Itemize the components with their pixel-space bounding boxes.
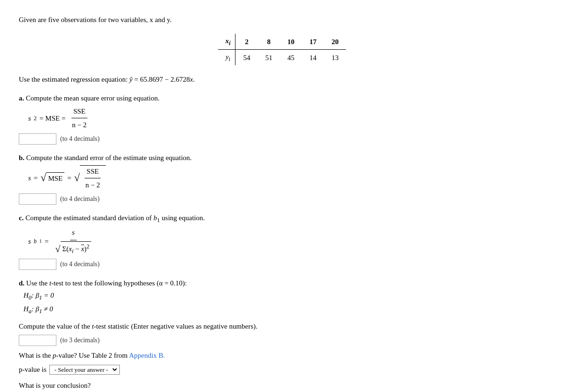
sqrt-symbol-2: √ [74, 173, 80, 183]
sb1-sqrt-content: Σ(xi − x)2 [61, 241, 92, 256]
sse-numerator: SSE [85, 166, 101, 178]
part-a-decimals: (to 4 decimals) [60, 134, 100, 144]
part-a-equation: s2 = MSE = SSE n − 2 [28, 106, 545, 131]
sse-sqrt-content: SSE n − 2 [80, 165, 106, 191]
sse-sqrt: √ SSE n − 2 [74, 165, 106, 191]
intro-text: Given are five observations for two vari… [19, 14, 545, 25]
part-c-label: c. Compute the estimated standard deviat… [19, 212, 545, 225]
part-b-input-row: (to 4 decimals) [19, 193, 545, 205]
mse-sqrt-content: MSE [46, 172, 64, 184]
mse-numerator: SSE [71, 106, 87, 118]
y-val-5: 13 [324, 50, 346, 66]
t-statistic-input[interactable] [19, 335, 56, 346]
part-b-label: b. Compute the standard error of the est… [19, 152, 545, 163]
part-b-section: b. Compute the standard error of the est… [19, 152, 545, 205]
part-a-input[interactable] [19, 133, 56, 145]
part-b-decimals: (to 4 decimals) [60, 194, 100, 204]
sb1-fraction: s √ Σ(xi − x)2 [54, 227, 94, 256]
regression-equation: Use the estimated regression equation: ŷ… [19, 74, 545, 85]
x-val-1: 2 [235, 34, 258, 50]
part-c-decimals: (to 4 decimals) [60, 259, 100, 269]
part-b-equation: s = √ MSE = √ SSE n − 2 [28, 165, 545, 191]
part-c-section: c. Compute the estimated standard deviat… [19, 212, 545, 270]
part-a-input-row: (to 4 decimals) [19, 133, 545, 145]
hypothesis-h0: H0: β1 = 0 [24, 290, 545, 302]
part-c-input-row: (to 4 decimals) [19, 259, 545, 270]
observations-table: xi 2 8 10 17 20 yi 54 51 45 14 13 [218, 34, 346, 65]
pvalue-prefix: p-value is [19, 364, 47, 375]
t-statistic-input-row: (to 3 decimals) [19, 335, 545, 346]
part-b-input[interactable] [19, 193, 56, 205]
part-d-section: d. Use the t-test to test the following … [19, 277, 545, 392]
sb1-sqrt-symbol: √ [55, 244, 61, 254]
compute-t-text: Compute the value of the t-test statisti… [19, 321, 545, 332]
part-a-label: a. Compute the mean square error using e… [19, 92, 545, 104]
yi-header: yi [218, 50, 235, 66]
pvalue-select-wrapper[interactable]: - Select your answer - less than .01 bet… [49, 365, 120, 375]
y-val-3: 45 [280, 50, 302, 66]
sb1-denominator: √ Σ(xi − x)2 [54, 240, 94, 256]
xi-header: xi [218, 34, 235, 50]
part-d-label: d. Use the t-test to test the following … [19, 277, 545, 289]
mse-sqrt: √ MSE [40, 172, 64, 184]
x-val-5: 20 [324, 34, 346, 50]
conclusion-label: What is your conclusion? [19, 380, 545, 391]
pvalue-select-row: p-value is - Select your answer - less t… [19, 364, 545, 375]
t-statistic-decimals: (to 3 decimals) [60, 335, 100, 346]
y-val-2: 51 [258, 50, 280, 66]
data-table-container: xi 2 8 10 17 20 yi 54 51 45 14 13 [19, 34, 545, 65]
mse-fraction: SSE n − 2 [70, 106, 88, 131]
sse-fraction: SSE n − 2 [84, 166, 102, 191]
pvalue-row: What is the p-value? Use Table 2 from Ap… [19, 350, 545, 361]
y-val-4: 14 [302, 50, 324, 66]
sb1-sqrt: √ Σ(xi − x)2 [55, 241, 92, 256]
sqrt-symbol: √ [40, 173, 46, 183]
pvalue-select[interactable]: - Select your answer - less than .01 bet… [53, 366, 118, 374]
x-val-3: 10 [280, 34, 302, 50]
sse-denominator: n − 2 [84, 178, 102, 191]
sb1-numerator: s [70, 227, 77, 240]
part-c-equation: sb1 = s √ Σ(xi − x)2 [28, 227, 545, 256]
part-a-section: a. Compute the mean square error using e… [19, 92, 545, 145]
x-val-2: 8 [258, 34, 280, 50]
x-val-4: 17 [302, 34, 324, 50]
hypothesis-ha: Ha: β1 ≠ 0 [24, 303, 545, 316]
part-c-input[interactable] [19, 259, 56, 270]
appendix-link[interactable]: Appendix B. [129, 352, 165, 359]
y-val-1: 54 [235, 50, 258, 66]
mse-denominator: n − 2 [70, 118, 88, 131]
